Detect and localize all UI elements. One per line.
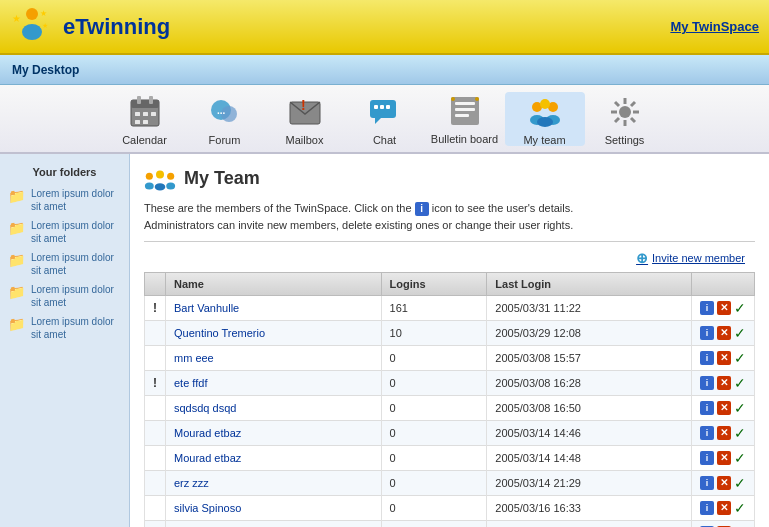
delete-action-icon[interactable]: ✕ <box>717 401 731 415</box>
delete-action-icon[interactable]: ✕ <box>717 326 731 340</box>
svg-rect-12 <box>135 120 140 124</box>
info-action-icon[interactable]: i <box>700 476 714 490</box>
table-row: Mourad etbaz02005/03/14 14:46 i ✕ ✓ <box>145 421 755 446</box>
delete-action-icon[interactable]: ✕ <box>717 451 731 465</box>
svg-rect-23 <box>386 105 390 109</box>
toolbar-label-mailbox: Mailbox <box>286 134 324 146</box>
actions-cell: i ✕ ✓ <box>692 521 755 527</box>
logins-cell: 0 <box>381 396 487 421</box>
info-action-icon[interactable]: i <box>700 376 714 390</box>
logins-cell: 0 <box>381 471 487 496</box>
info-action-icon[interactable]: i <box>700 451 714 465</box>
name-cell[interactable]: Quentino Tremerio <box>166 321 382 346</box>
svg-point-1 <box>22 24 42 40</box>
check-action-icon[interactable]: ✓ <box>734 475 746 491</box>
bulletin-board-icon <box>445 91 485 131</box>
folder-text-3: Lorem ipsum dolor sit amet <box>31 283 121 309</box>
logins-cell: 10 <box>381 321 487 346</box>
folder-icon-3: 📁 <box>8 284 25 300</box>
sidebar-folder-4[interactable]: 📁 Lorem ipsum dolor sit amet <box>0 312 129 344</box>
toolbar-label-forum: Forum <box>209 134 241 146</box>
toolbar-item-bulletin-board[interactable]: Bulletin board <box>425 91 505 146</box>
last-login-cell: 2005/03/31 11:22 <box>487 296 692 321</box>
folder-icon-1: 📁 <box>8 220 25 236</box>
col-last-login: Last Login <box>487 273 692 296</box>
invite-bar: ⊕ Invite new member <box>144 250 755 266</box>
name-cell[interactable]: Bart Vanhulle <box>166 296 382 321</box>
info-action-icon[interactable]: i <box>700 301 714 315</box>
delete-action-icon[interactable]: ✕ <box>717 301 731 315</box>
toolbar-item-forum[interactable]: ... Forum <box>185 92 265 146</box>
logo-text: eTwinning <box>63 14 170 40</box>
svg-point-49 <box>155 184 166 191</box>
invite-link[interactable]: ⊕ Invite new member <box>636 250 745 266</box>
name-cell[interactable]: Mourad etbaz <box>166 421 382 446</box>
name-cell[interactable]: sqdsdq dsqd <box>166 396 382 421</box>
logins-cell: 0 <box>381 446 487 471</box>
logins-cell: 0 <box>381 346 487 371</box>
folder-text-4: Lorem ipsum dolor sit amet <box>31 315 121 341</box>
toolbar-item-settings[interactable]: Settings <box>585 92 665 146</box>
name-cell[interactable]: erz zzz <box>166 471 382 496</box>
table-row: erz zzz02005/03/14 21:29 i ✕ ✓ <box>145 471 755 496</box>
toolbar-item-chat[interactable]: Chat <box>345 92 425 146</box>
my-twinspace-link[interactable]: My TwinSpace <box>670 19 759 34</box>
info-icon-inline: i <box>415 202 429 216</box>
check-action-icon[interactable]: ✓ <box>734 350 746 366</box>
navbar: My Desktop <box>0 55 769 85</box>
excl-cell <box>145 346 166 371</box>
members-table: Name Logins Last Login !Bart Vanhulle161… <box>144 272 755 527</box>
sidebar-folder-2[interactable]: 📁 Lorem ipsum dolor sit amet <box>0 248 129 280</box>
name-cell[interactable]: mm eee <box>166 346 382 371</box>
svg-point-29 <box>475 97 479 101</box>
delete-action-icon[interactable]: ✕ <box>717 426 731 440</box>
sidebar-folder-3[interactable]: 📁 Lorem ipsum dolor sit amet <box>0 280 129 312</box>
check-action-icon[interactable]: ✓ <box>734 400 746 416</box>
svg-point-46 <box>156 171 164 179</box>
sidebar: Your folders 📁 Lorem ipsum dolor sit ame… <box>0 154 130 527</box>
info-action-icon[interactable]: i <box>700 426 714 440</box>
check-action-icon[interactable]: ✓ <box>734 500 746 516</box>
invite-plus-icon: ⊕ <box>636 250 648 266</box>
info-action-icon[interactable]: i <box>700 501 714 515</box>
name-cell[interactable]: Mourad etbaz <box>166 446 382 471</box>
my-desktop-label[interactable]: My Desktop <box>12 63 79 77</box>
info-action-icon[interactable]: i <box>700 351 714 365</box>
delete-action-icon[interactable]: ✕ <box>717 501 731 515</box>
toolbar-item-my-team[interactable]: My team <box>505 92 585 146</box>
actions-cell: i ✕ ✓ <box>692 371 755 396</box>
check-action-icon[interactable]: ✓ <box>734 325 746 341</box>
check-action-icon[interactable]: ✓ <box>734 300 746 316</box>
table-row: !Bart Vanhulle1612005/03/31 11:22 i ✕ ✓ <box>145 296 755 321</box>
check-action-icon[interactable]: ✓ <box>734 375 746 391</box>
name-cell[interactable]: silvia Spinoso <box>166 496 382 521</box>
delete-action-icon[interactable]: ✕ <box>717 476 731 490</box>
toolbar-item-mailbox[interactable]: ! Mailbox <box>265 92 345 146</box>
content-scroll-wrap: My Team These are the members of the Twi… <box>130 154 769 527</box>
check-action-icon[interactable]: ✓ <box>734 425 746 441</box>
info-action-icon[interactable]: i <box>700 326 714 340</box>
team-title-area: My Team <box>144 164 755 192</box>
svg-rect-21 <box>374 105 378 109</box>
logo-area: ★ ★ ★ eTwinning <box>10 4 170 49</box>
logo-icon: ★ ★ ★ <box>10 4 55 49</box>
delete-action-icon[interactable]: ✕ <box>717 351 731 365</box>
folder-text-2: Lorem ipsum dolor sit amet <box>31 251 121 277</box>
excl-cell: ! <box>145 371 166 396</box>
logins-cell: 0 <box>381 496 487 521</box>
check-action-icon[interactable]: ✓ <box>734 450 746 466</box>
content: My Team These are the members of the Twi… <box>130 154 769 527</box>
info-action-icon[interactable]: i <box>700 401 714 415</box>
folder-text-0: Lorem ipsum dolor sit amet <box>31 187 121 213</box>
last-login-cell: 2005/03/21 14:11 <box>487 521 692 527</box>
toolbar-item-calendar[interactable]: Calendar <box>105 92 185 146</box>
name-cell[interactable]: hector the chicken <box>166 521 382 527</box>
actions-cell: i ✕ ✓ <box>692 396 755 421</box>
sidebar-folder-0[interactable]: 📁 Lorem ipsum dolor sit amet <box>0 184 129 216</box>
delete-action-icon[interactable]: ✕ <box>717 376 731 390</box>
sidebar-folder-1[interactable]: 📁 Lorem ipsum dolor sit amet <box>0 216 129 248</box>
last-login-cell: 2005/03/16 16:33 <box>487 496 692 521</box>
name-cell[interactable]: ete ffdf <box>166 371 382 396</box>
logins-cell: 0 <box>381 521 487 527</box>
last-login-cell: 2005/03/08 16:50 <box>487 396 692 421</box>
